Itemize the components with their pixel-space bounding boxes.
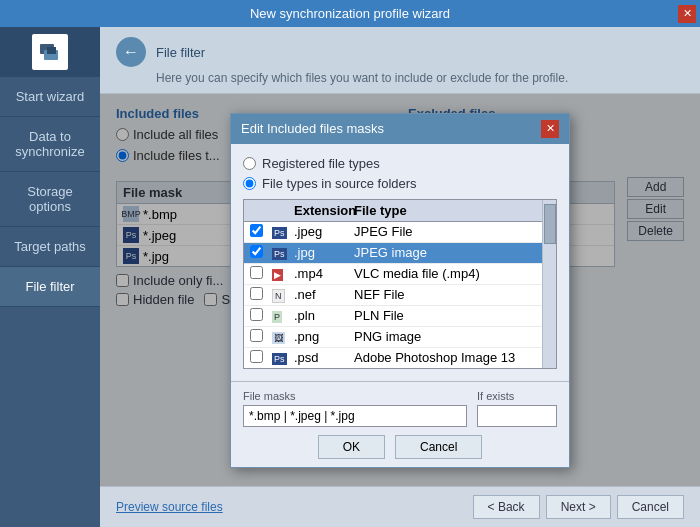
title-bar-close-button[interactable]: ✕ — [678, 5, 696, 23]
cancel-button[interactable]: Cancel — [617, 495, 684, 519]
scrollbar[interactable] — [542, 200, 556, 368]
registered-file-types-option[interactable]: Registered file types — [243, 156, 557, 171]
back-button[interactable]: < Back — [473, 495, 540, 519]
edit-included-files-modal: Edit Included files masks ✕ Registered f… — [230, 113, 570, 468]
app-logo-icon — [32, 34, 68, 70]
file-type-col-header: File type — [354, 203, 550, 218]
pln-icon: P — [272, 311, 282, 323]
file-masks-label: File masks — [243, 390, 467, 402]
back-navigation-button[interactable]: ← — [116, 37, 146, 67]
sidebar-item-file-filter[interactable]: File filter — [0, 267, 100, 307]
ext-row-png[interactable]: 🖼 .png PNG image — [244, 327, 556, 348]
ps-icon: Ps — [272, 248, 287, 260]
next-button[interactable]: Next > — [546, 495, 611, 519]
preview-source-files-link[interactable]: Preview source files — [116, 500, 223, 514]
page-header: ← File filter Here you can specify which… — [100, 27, 700, 94]
modal-ok-button[interactable]: OK — [318, 435, 385, 459]
sidebar-item-start-wizard[interactable]: Start wizard — [0, 77, 100, 117]
sidebar-logo — [0, 27, 100, 77]
content-area: Included files Include all files Include… — [100, 94, 700, 486]
extension-col-header: Extension — [294, 203, 354, 218]
file-masks-input[interactable] — [243, 405, 467, 427]
if-exists-label: If exists — [477, 390, 557, 402]
file-masks-field: File masks — [243, 390, 467, 427]
ext-row-nef[interactable]: N .nef NEF File — [244, 285, 556, 306]
modal-cancel-button[interactable]: Cancel — [395, 435, 482, 459]
modal-title: Edit Included files masks — [241, 121, 384, 136]
scroll-thumb[interactable] — [544, 204, 556, 244]
modal-fields: File masks If exists — [243, 390, 557, 427]
mp4-icon: ▶ — [272, 269, 283, 281]
sidebar-item-target-paths[interactable]: Target paths — [0, 227, 100, 267]
ext-row-jpg[interactable]: Ps .jpg JPEG image — [244, 243, 556, 264]
png-icon: 🖼 — [272, 332, 285, 344]
sidebar-item-data-to-synchronize[interactable]: Data to synchronize — [0, 117, 100, 172]
file-types-source-option[interactable]: File types in source folders — [243, 176, 557, 191]
extension-table-container: Extension File type Ps .jpeg JPEG File — [243, 199, 557, 369]
ext-row-psd[interactable]: Ps .psd Adobe Photoshop Image 13 — [244, 348, 556, 369]
modal-radio-options: Registered file types File types in sour… — [243, 156, 557, 191]
sidebar: Start wizard Data to synchronize Storage… — [0, 27, 100, 527]
title-bar-text: New synchronization profile wizard — [250, 6, 450, 21]
sidebar-item-storage-options[interactable]: Storage options — [0, 172, 100, 227]
ext-row-pln[interactable]: P .pln PLN File — [244, 306, 556, 327]
footer: Preview source files < Back Next > Cance… — [100, 486, 700, 527]
modal-body: Registered file types File types in sour… — [231, 144, 569, 381]
ps-icon: Ps — [272, 227, 287, 239]
ext-row-mp4[interactable]: ▶ .mp4 VLC media file (.mp4) — [244, 264, 556, 285]
page-subtitle: Here you can specify which files you wan… — [156, 71, 684, 85]
ext-row-jpeg[interactable]: Ps .jpeg JPEG File — [244, 222, 556, 243]
modal-bottom: File masks If exists OK Cancel — [231, 381, 569, 467]
main-content: ← File filter Here you can specify which… — [100, 27, 700, 527]
title-bar: New synchronization profile wizard ✕ — [0, 0, 700, 27]
nef-icon: N — [272, 289, 285, 303]
svg-marker-2 — [47, 47, 56, 54]
modal-close-button[interactable]: ✕ — [541, 120, 559, 138]
modal-action-buttons: OK Cancel — [243, 435, 557, 459]
if-exists-input[interactable] — [477, 405, 557, 427]
modal-title-bar: Edit Included files masks ✕ — [231, 114, 569, 144]
modal-overlay: Edit Included files masks ✕ Registered f… — [100, 94, 700, 486]
if-exists-field: If exists — [477, 390, 557, 427]
navigation-buttons: < Back Next > Cancel — [473, 495, 684, 519]
extension-table-header: Extension File type — [244, 200, 556, 222]
page-title: File filter — [156, 45, 205, 60]
psd-icon: Ps — [272, 353, 287, 365]
